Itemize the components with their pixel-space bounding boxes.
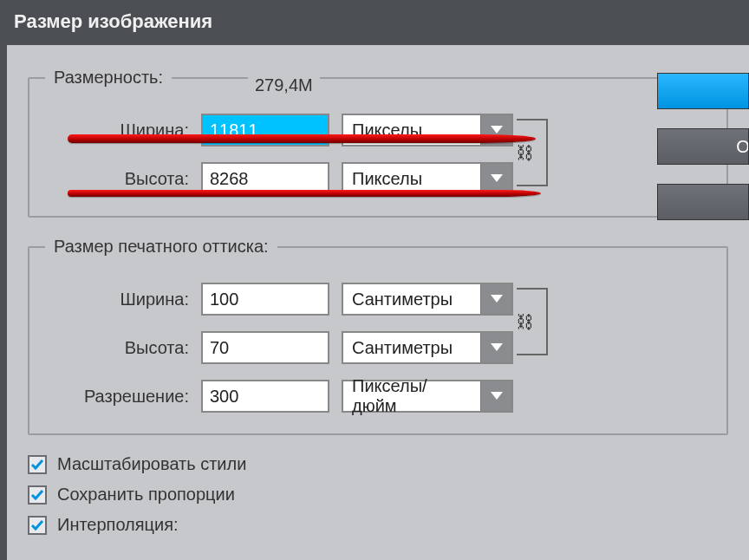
svg-marker-0	[491, 126, 503, 133]
dimensions-group: Размерность: 279,4M Ширина: 11811 Пиксел…	[28, 68, 728, 218]
print-group: Размер печатного оттиска: Ширина: 100 Са…	[28, 237, 728, 435]
print-height-label: Высота:	[45, 338, 201, 358]
cancel-button[interactable]: О	[657, 128, 749, 165]
svg-marker-3	[491, 343, 503, 351]
dialog-buttons: О	[657, 73, 749, 239]
chevron-down-icon	[480, 333, 511, 362]
resolution-label: Разрешение:	[45, 387, 201, 407]
print-height-unit-label: Сантиметры	[343, 338, 480, 358]
height-label: Высота:	[45, 169, 201, 189]
check-scale-styles-row: Масштабировать стили	[28, 454, 728, 474]
svg-marker-1	[491, 174, 503, 182]
link-icon[interactable]: ⛓	[513, 140, 536, 166]
print-width-unit-label: Сантиметры	[343, 290, 480, 309]
print-width-unit-dropdown[interactable]: Сантиметры	[342, 283, 513, 316]
chevron-down-icon	[480, 381, 511, 411]
chevron-down-icon	[480, 164, 511, 193]
svg-marker-4	[491, 392, 503, 400]
svg-marker-2	[491, 295, 503, 303]
print-height-input[interactable]: 70	[201, 331, 329, 364]
dialog-title: Размер изображения	[0, 0, 749, 45]
check-interpolation[interactable]	[28, 516, 47, 535]
print-width-label: Ширина:	[45, 290, 201, 309]
check-keep-ratio-label: Сохранить пропорции	[57, 485, 235, 505]
check-keep-ratio[interactable]	[28, 485, 47, 505]
options-checks: Масштабировать стили Сохранить пропорции…	[28, 454, 728, 535]
dimensions-legend: Размерность:	[45, 68, 172, 88]
resolution-unit-dropdown[interactable]: Пикселы/дюйм	[342, 380, 513, 413]
check-interpolation-label: Интерполяция:	[57, 515, 179, 535]
print-width-row: Ширина: 100 Сантиметры	[45, 283, 711, 316]
print-height-unit-dropdown[interactable]: Сантиметры	[342, 331, 513, 364]
chevron-down-icon	[480, 284, 511, 314]
print-legend: Размер печатного оттиска:	[45, 237, 277, 257]
check-keep-ratio-row: Сохранить пропорции	[28, 485, 728, 505]
annotation-redline	[68, 190, 541, 197]
annotation-redline	[68, 134, 536, 143]
auto-button[interactable]	[657, 184, 749, 220]
print-width-input[interactable]: 100	[201, 283, 329, 316]
check-scale-styles[interactable]	[28, 455, 47, 474]
link-icon[interactable]: ⛓	[513, 309, 536, 335]
print-height-row: Высота: 70 Сантиметры	[45, 331, 711, 364]
resolution-row: Разрешение: 300 Пикселы/дюйм	[45, 380, 711, 413]
check-scale-styles-label: Масштабировать стили	[57, 454, 246, 474]
resolution-unit-label: Пикселы/дюйм	[343, 376, 480, 416]
height-unit-label: Пикселы	[343, 169, 480, 189]
ok-button[interactable]	[657, 73, 749, 109]
dialog-panel: Размерность: 279,4M Ширина: 11811 Пиксел…	[7, 45, 749, 560]
dimensions-size: 279,4M	[248, 75, 320, 95]
check-interpolation-row: Интерполяция:	[28, 515, 728, 535]
resolution-input[interactable]: 300	[201, 380, 329, 413]
